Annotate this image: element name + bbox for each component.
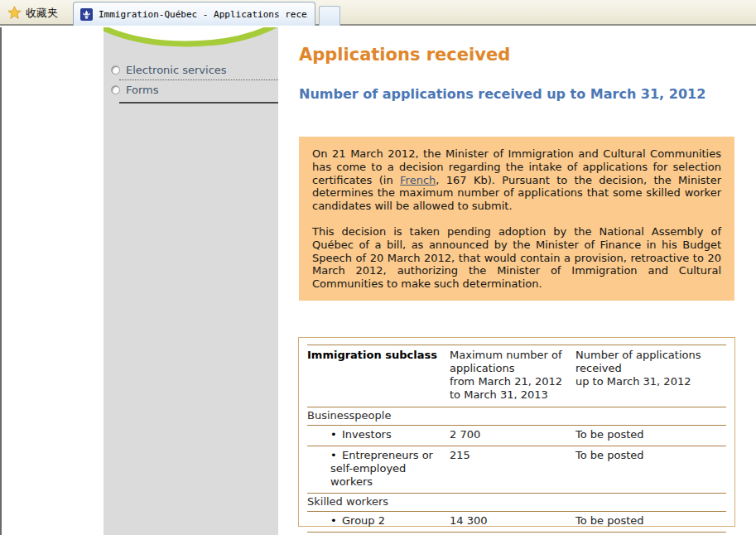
row-label: Investors bbox=[342, 428, 392, 441]
radio-button-icon[interactable] bbox=[111, 65, 120, 75]
french-pdf-link[interactable]: French bbox=[400, 174, 436, 186]
row-received-cell: To be posted bbox=[575, 426, 726, 446]
new-tab-button[interactable] bbox=[319, 6, 340, 26]
notice-box: On 21 March 2012, the Minister of Immigr… bbox=[299, 137, 734, 301]
table-row: •Group 2 14 300 To be posted bbox=[307, 512, 726, 533]
table-row-group: Skilled workers bbox=[307, 494, 726, 512]
star-icon bbox=[7, 6, 22, 20]
row-max-cell: 215 bbox=[450, 446, 575, 494]
table-header-row: Immigration subclass Maximum number of a… bbox=[307, 345, 726, 407]
notice-paragraph-1: On 21 March 2012, the Minister of Immigr… bbox=[312, 147, 721, 213]
sidebar: Electronic services Forms bbox=[104, 27, 278, 535]
header-number-received: Number of applications received up to Ma… bbox=[575, 345, 726, 407]
sidebar-menu: Electronic services Forms bbox=[104, 60, 278, 104]
screen: 收藏夹 Immigration-Québec - Applications re… bbox=[0, 0, 756, 535]
sidebar-item-forms[interactable]: Forms bbox=[104, 80, 278, 99]
table-row-group: Businesspeople bbox=[307, 407, 726, 426]
page: Electronic services Forms Applications r… bbox=[0, 27, 756, 535]
notice-paragraph-2: This decision is taken pending adoption … bbox=[312, 225, 721, 291]
table-row: •Entrepreneurs or self-employed workers … bbox=[307, 446, 726, 494]
sidebar-item-label[interactable]: Electronic services bbox=[126, 64, 227, 76]
favorites-label: 收藏夹 bbox=[26, 6, 58, 21]
row-label-cell: •Entrepreneurs or self-employed workers bbox=[307, 446, 450, 494]
row-max-cell: 14 300 bbox=[450, 512, 575, 533]
bullet-icon: • bbox=[330, 514, 342, 528]
bullet-icon: • bbox=[330, 449, 342, 462]
bullet-icon: • bbox=[330, 428, 342, 441]
browser-tab-bar: 收藏夹 Immigration-Québec - Applications re… bbox=[0, 0, 756, 26]
sidebar-item-electronic-services[interactable]: Electronic services bbox=[104, 60, 278, 80]
tab-title: Immigration-Québec - Applications receiv… bbox=[99, 9, 308, 20]
applications-table: Immigration subclass Maximum number of a… bbox=[307, 345, 726, 533]
row-label: Entrepreneurs or self-employed workers bbox=[330, 449, 433, 488]
section-heading: Number of applications received up to Ma… bbox=[299, 86, 705, 102]
header-immigration-subclass: Immigration subclass bbox=[307, 345, 450, 407]
row-label: Group 2 bbox=[342, 514, 385, 527]
row-received-cell: To be posted bbox=[575, 512, 726, 533]
page-title: Applications received bbox=[299, 45, 510, 65]
row-received-cell: To be posted bbox=[575, 446, 726, 494]
quebec-fleur-de-lis-icon bbox=[80, 8, 93, 21]
green-arc-decoration bbox=[104, 27, 278, 47]
radio-button-icon[interactable] bbox=[111, 85, 120, 94]
row-label-cell: •Group 2 bbox=[307, 512, 450, 533]
header-maximum-number: Maximum number of applications from Marc… bbox=[450, 345, 575, 407]
sidebar-item-label[interactable]: Forms bbox=[126, 84, 159, 96]
applications-table-frame: Immigration subclass Maximum number of a… bbox=[298, 337, 735, 527]
favorites-button[interactable]: 收藏夹 bbox=[2, 2, 71, 24]
row-max-cell: 2 700 bbox=[450, 426, 575, 446]
group-label: Skilled workers bbox=[307, 494, 726, 512]
row-label-cell: •Investors bbox=[307, 426, 450, 446]
browser-tab-active[interactable]: Immigration-Québec - Applications receiv… bbox=[73, 2, 315, 26]
group-label: Businesspeople bbox=[307, 407, 726, 426]
menu-divider-solid bbox=[119, 102, 278, 104]
table-row: •Investors 2 700 To be posted bbox=[307, 426, 726, 446]
